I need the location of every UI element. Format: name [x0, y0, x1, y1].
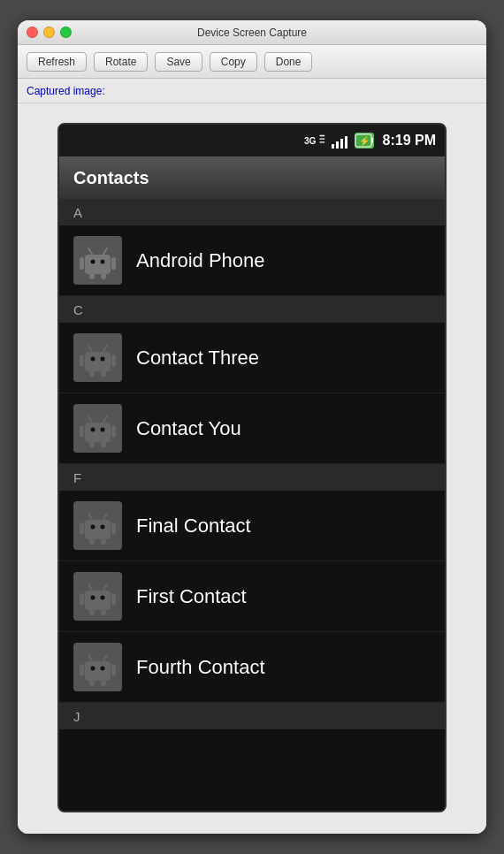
contact-item-contact-you[interactable]: Contact You: [59, 393, 445, 464]
svg-point-36: [101, 525, 105, 530]
svg-text:⚡: ⚡: [359, 135, 370, 147]
svg-rect-52: [85, 661, 111, 681]
done-button[interactable]: Done: [264, 52, 313, 72]
svg-line-20: [103, 346, 107, 351]
svg-rect-41: [89, 538, 95, 545]
contacts-title: Contacts: [73, 168, 149, 188]
contact-name-fourth-contact: Fourth Contact: [136, 656, 265, 679]
svg-rect-40: [111, 522, 116, 535]
svg-rect-34: [85, 520, 111, 539]
svg-rect-30: [80, 425, 84, 438]
svg-line-46: [88, 584, 92, 590]
svg-line-19: [88, 346, 92, 351]
svg-point-9: [101, 260, 105, 264]
contact-item-android-phone[interactable]: Android Phone: [59, 225, 445, 296]
toolbar: Refresh Rotate Save Copy Done: [18, 45, 486, 79]
svg-line-28: [88, 416, 92, 422]
svg-rect-51: [101, 608, 106, 615]
maximize-button[interactable]: [60, 27, 72, 38]
svg-rect-7: [85, 255, 111, 274]
section-header-f: F: [59, 464, 445, 491]
contact-item-first-contact[interactable]: First Contact: [59, 561, 445, 632]
svg-rect-60: [101, 679, 106, 686]
svg-point-44: [91, 596, 95, 600]
avatar-android-phone: [73, 236, 122, 285]
avatar-fourth-contact: [73, 643, 122, 691]
contact-list: A: [59, 199, 445, 811]
svg-rect-21: [80, 355, 84, 367]
save-button[interactable]: Save: [155, 52, 202, 72]
contact-item-final-contact[interactable]: Final Contact: [59, 491, 445, 561]
window-title: Device Screen Capture: [197, 27, 307, 39]
svg-rect-14: [89, 272, 95, 279]
svg-rect-23: [89, 370, 95, 377]
section-letter-c: C: [73, 302, 83, 317]
copy-button[interactable]: Copy: [210, 52, 257, 72]
device-screen: 3G: [57, 123, 447, 812]
svg-rect-49: [111, 593, 116, 606]
svg-rect-24: [101, 370, 106, 377]
titlebar: Device Screen Capture: [18, 20, 486, 45]
svg-rect-39: [80, 522, 84, 535]
svg-text:3G: 3G: [303, 136, 316, 146]
svg-rect-25: [85, 423, 111, 442]
svg-point-53: [91, 667, 95, 671]
svg-line-29: [103, 416, 107, 422]
section-letter-j: J: [73, 709, 80, 724]
svg-point-35: [91, 525, 95, 530]
svg-rect-22: [111, 355, 116, 367]
avatar-first-contact: [73, 572, 122, 621]
svg-rect-16: [85, 352, 111, 371]
close-button[interactable]: [27, 27, 38, 38]
contact-name-contact-you: Contact You: [136, 417, 241, 440]
rotate-button[interactable]: Rotate: [94, 52, 148, 72]
app-window: Device Screen Capture Refresh Rotate Sav…: [18, 20, 486, 834]
avatar-contact-you: [73, 404, 122, 453]
device-screen-wrapper: 3G: [18, 103, 486, 834]
svg-line-56: [103, 655, 107, 660]
3g-icon: 3G: [303, 132, 326, 149]
svg-line-37: [88, 514, 92, 519]
svg-point-45: [101, 596, 105, 600]
status-bar: 3G: [59, 125, 445, 156]
svg-point-26: [91, 428, 95, 432]
signal-icon: [332, 133, 349, 149]
svg-rect-15: [101, 272, 106, 279]
svg-rect-59: [89, 679, 95, 686]
contact-item-contact-three[interactable]: Contact Three: [59, 323, 445, 393]
svg-point-27: [101, 428, 105, 432]
minimize-button[interactable]: [43, 27, 55, 38]
svg-line-55: [88, 655, 92, 660]
captured-image-label: Captured image:: [27, 85, 105, 97]
svg-line-11: [103, 248, 107, 254]
svg-rect-50: [89, 608, 95, 615]
svg-point-8: [91, 260, 95, 264]
contacts-header: Contacts: [59, 156, 445, 199]
svg-line-38: [103, 514, 107, 519]
svg-line-10: [88, 248, 92, 254]
section-header-c: C: [59, 296, 445, 323]
section-letter-a: A: [73, 205, 82, 220]
contact-item-fourth-contact[interactable]: Fourth Contact: [59, 632, 445, 703]
svg-rect-33: [101, 440, 106, 447]
svg-rect-13: [111, 257, 116, 270]
avatar-contact-three: [73, 333, 122, 382]
svg-point-18: [101, 357, 105, 362]
contact-name-android-phone: Android Phone: [136, 249, 265, 272]
section-letter-f: F: [73, 470, 81, 485]
svg-point-17: [91, 357, 95, 362]
battery-icon: ⚡: [355, 133, 374, 149]
captured-label-bar: Captured image:: [18, 79, 486, 103]
refresh-button[interactable]: Refresh: [27, 52, 87, 72]
section-header-a: A: [59, 199, 445, 225]
section-header-j: J: [59, 703, 445, 729]
svg-rect-48: [80, 593, 84, 606]
svg-rect-58: [111, 664, 116, 676]
svg-rect-57: [80, 664, 84, 676]
status-time: 8:19 PM: [383, 133, 436, 149]
svg-rect-12: [80, 257, 84, 270]
avatar-final-contact: [73, 501, 122, 550]
contact-name-final-contact: Final Contact: [136, 515, 251, 538]
svg-line-47: [103, 584, 107, 590]
svg-point-54: [101, 667, 105, 671]
